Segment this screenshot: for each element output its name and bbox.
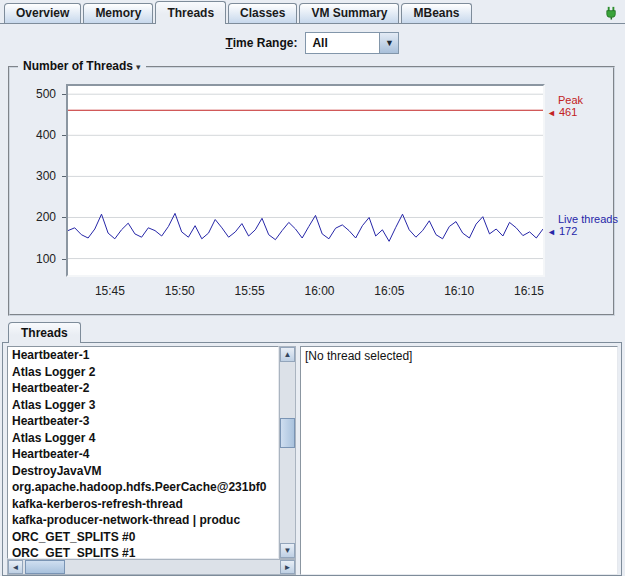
arrow-left-icon: ◄ — [12, 563, 20, 572]
vertical-scrollbar[interactable]: ▲ ▼ — [279, 346, 296, 559]
x-axis-label: 15:55 — [235, 284, 265, 298]
tab-overview[interactable]: Overview — [4, 3, 81, 23]
annotation-pointer-icon: ◄ — [547, 108, 556, 118]
threads-panel: Heartbeater-1Atlas Logger 2Heartbeater-2… — [2, 342, 622, 576]
horizontal-scrollbar-track[interactable] — [23, 560, 280, 574]
thread-list-item[interactable]: Atlas Logger 2 — [8, 364, 278, 381]
x-axis-label: 16:10 — [444, 284, 474, 298]
chart-title: Number of Threads — [23, 59, 133, 73]
main-tabs: OverviewMemoryThreadsClassesVM SummaryMB… — [4, 1, 474, 23]
chevron-down-icon: ▼ — [385, 38, 394, 48]
thread-list-viewport: Heartbeater-1Atlas Logger 2Heartbeater-2… — [7, 346, 279, 559]
thread-list-item[interactable]: Heartbeater-4 — [8, 446, 278, 463]
chart-annotation-live-threads: Live threads◄ 172 — [547, 213, 618, 238]
annotation-label: Peak — [558, 94, 583, 106]
thread-list-item[interactable]: kafka-kerberos-refresh-thread — [8, 496, 278, 513]
arrow-up-icon: ▲ — [284, 350, 292, 359]
y-axis-label: 500 — [36, 87, 56, 101]
tab-threads[interactable]: Threads — [155, 1, 226, 24]
x-axis-label: 15:50 — [165, 284, 195, 298]
y-axis-label: 100 — [36, 252, 56, 266]
thread-list-item[interactable]: DestroyJavaVM — [8, 463, 278, 480]
thread-list-item[interactable]: ORC_GET_SPLITS #1 — [8, 545, 278, 559]
chart-y-axis: 100200300400500 — [12, 84, 64, 277]
thread-list-item[interactable]: kafka-producer-network-thread | produc — [8, 512, 278, 529]
chart-selector[interactable]: Number of Threads▾ — [18, 59, 146, 73]
thread-list-item[interactable]: Heartbeater-2 — [8, 380, 278, 397]
annotation-value: ◄ 461 — [547, 106, 583, 119]
scroll-down-button[interactable]: ▼ — [280, 543, 295, 558]
y-axis-label: 400 — [36, 128, 56, 142]
tab-memory[interactable]: Memory — [83, 3, 153, 23]
y-axis-label: 300 — [36, 169, 56, 183]
tab-threads-detail[interactable]: Threads — [8, 322, 81, 343]
tab-classes[interactable]: Classes — [228, 3, 297, 23]
annotation-pointer-icon: ◄ — [547, 227, 556, 237]
thread-list-scrollpane: Heartbeater-1Atlas Logger 2Heartbeater-2… — [7, 346, 296, 575]
jconsole-window: OverviewMemoryThreadsClassesVM SummaryMB… — [0, 0, 625, 576]
x-axis-label: 15:45 — [95, 284, 125, 298]
annotation-label: Live threads — [558, 213, 618, 225]
arrow-down-icon: ▼ — [284, 546, 292, 555]
scroll-up-button[interactable]: ▲ — [280, 347, 295, 362]
thread-list-item[interactable]: org.apache.hadoop.hdfs.PeerCache@231bf0 — [8, 479, 278, 496]
x-axis-label: 16:00 — [304, 284, 334, 298]
horizontal-scrollbar[interactable]: ◄ ► — [7, 559, 296, 575]
chart-annotations: Peak◄ 461Live threads◄ 172 — [547, 84, 615, 277]
tab-mbeans[interactable]: MBeans — [401, 3, 471, 23]
x-axis-label: 16:05 — [374, 284, 404, 298]
time-range-label: Time Range: — [226, 36, 298, 50]
combobox-dropdown-button[interactable]: ▼ — [379, 33, 398, 53]
arrow-right-icon: ► — [284, 563, 292, 572]
chart-selector-dropdown-icon: ▾ — [136, 62, 141, 72]
chart-x-axis: 15:4515:5015:5516:0016:0516:1016:15 — [66, 284, 549, 300]
y-axis-label: 200 — [36, 210, 56, 224]
thread-list: Heartbeater-1Atlas Logger 2Heartbeater-2… — [8, 347, 278, 559]
scroll-left-button[interactable]: ◄ — [8, 560, 23, 574]
vertical-scrollbar-thumb[interactable] — [280, 418, 295, 448]
tab-vm-summary[interactable]: VM Summary — [299, 3, 399, 23]
thread-list-item[interactable]: Atlas Logger 4 — [8, 430, 278, 447]
chart-annotation-peak: Peak◄ 461 — [547, 94, 583, 119]
thread-list-item[interactable]: Heartbeater-1 — [8, 347, 278, 364]
thread-detail-pane: [No thread selected] — [300, 346, 618, 575]
annotation-value: ◄ 172 — [547, 225, 618, 238]
time-range-row: Time Range: All ▼ — [0, 30, 625, 56]
thread-chart — [68, 86, 543, 275]
thread-list-item[interactable]: Atlas Logger 3 — [8, 397, 278, 414]
time-range-combobox[interactable]: All ▼ — [305, 32, 399, 54]
tab-bar: OverviewMemoryThreadsClassesVM SummaryMB… — [0, 0, 625, 24]
scroll-right-button[interactable]: ► — [280, 560, 295, 574]
thread-list-item[interactable]: Heartbeater-3 — [8, 413, 278, 430]
horizontal-scrollbar-thumb[interactable] — [25, 560, 65, 574]
vertical-scrollbar-track[interactable] — [280, 362, 295, 543]
thread-list-item[interactable]: ORC_GET_SPLITS #0 — [8, 529, 278, 546]
thread-chart-groupbox: Number of Threads▾ 100200300400500 Peak◄… — [8, 66, 615, 316]
no-thread-selected-text: [No thread selected] — [305, 349, 412, 363]
chart-plot-area — [66, 84, 545, 277]
x-axis-label: 16:15 — [514, 284, 544, 298]
time-range-selected-value: All — [306, 33, 379, 53]
connection-status-icon — [604, 5, 619, 20]
